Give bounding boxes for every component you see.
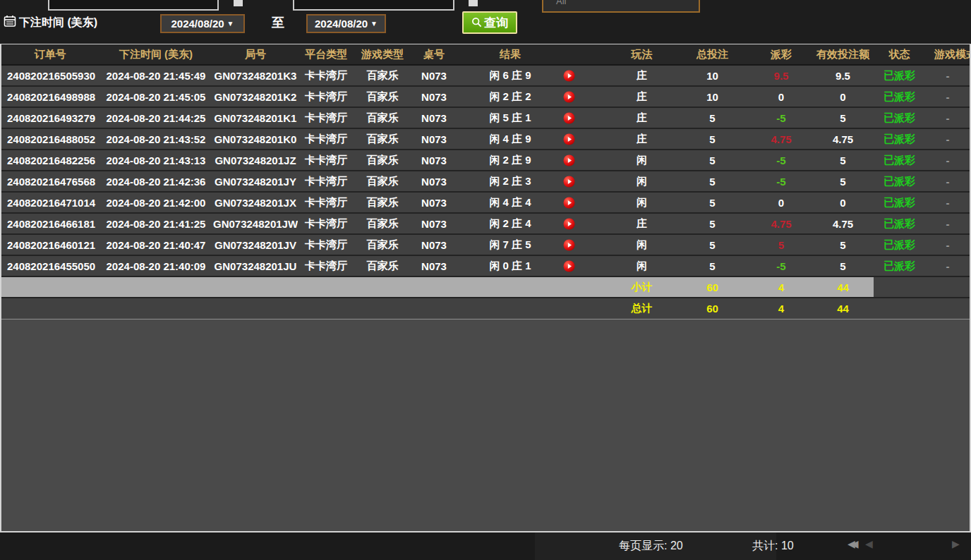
cell-game-type: 百家乐: [354, 196, 411, 209]
cell-bet-time: 2024-08-20 21:43:52: [99, 133, 213, 145]
cell-result: 闲 6 庄 9: [457, 69, 563, 83]
play-icon[interactable]: [563, 154, 608, 166]
cell-table-no: N073: [411, 260, 457, 272]
filter-select-all[interactable]: All: [542, 0, 700, 13]
cell-bet-time: 2024-08-20 21:42:00: [99, 197, 213, 209]
cell-valid-bet: 4.75: [813, 218, 873, 230]
cell-valid-bet: 5: [813, 112, 873, 124]
cell-payout: 0: [749, 197, 813, 209]
cell-platform-type: 卡卡湾厅: [298, 111, 354, 125]
cell-platform-type: 卡卡湾厅: [298, 133, 354, 146]
cell-platform-type: 卡卡湾厅: [298, 260, 354, 273]
cell-result: 闲 5 庄 1: [457, 111, 563, 125]
cell-platform-type: 卡卡湾厅: [298, 175, 354, 188]
subtotal-total-bet: 60: [675, 281, 749, 293]
play-icon[interactable]: [563, 218, 608, 230]
cell-game-mode: -: [926, 154, 970, 166]
calendar-icon-small-1[interactable]: [234, 0, 243, 6]
cell-status: 已派彩: [873, 111, 926, 125]
cell-platform-type: 卡卡湾厅: [298, 238, 354, 252]
cell-round-id: GN073248201K2: [213, 91, 298, 103]
cell-total-bet: 5: [675, 133, 749, 145]
cell-round-id: GN073248201JX: [213, 197, 298, 209]
play-icon[interactable]: [563, 112, 608, 124]
date-to-select[interactable]: 2024/08/20 ▼: [306, 14, 386, 33]
cell-order: 240820216505930: [1, 70, 99, 82]
cell-order: 240820216471014: [1, 197, 99, 209]
cell-valid-bet: 5: [813, 154, 873, 166]
play-icon[interactable]: [563, 70, 608, 82]
cell-play-type: 庄: [608, 111, 675, 125]
cell-round-id: GN073248201K0: [213, 133, 298, 145]
cell-result: 闲 0 庄 1: [457, 260, 563, 273]
cell-game-mode: -: [926, 239, 970, 251]
cell-play-type: 庄: [608, 69, 675, 83]
column-header-play: 玩法: [608, 48, 675, 61]
bet-time-filter-label: 下注时间 (美东): [19, 16, 97, 30]
cell-round-id: GN073248201K1: [213, 112, 298, 124]
column-header-payout: 派彩: [749, 48, 813, 61]
play-icon[interactable]: [563, 239, 608, 251]
calendar-icon: [4, 15, 16, 28]
table-header-row: 订单号下注时间 (美东)局号平台类型游戏类型桌号结果玩法总投注派彩有效投注额状态…: [1, 44, 970, 66]
cell-total-bet: 5: [675, 239, 749, 251]
query-button-label: 查询: [484, 15, 508, 31]
cell-valid-bet: 0: [813, 91, 873, 103]
caret-down-icon: ▼: [370, 20, 378, 28]
subtotal-row: 小计 60 4 44: [1, 277, 970, 298]
previous-page-button[interactable]: ◀: [865, 538, 873, 549]
query-button[interactable]: 查询: [462, 11, 517, 34]
cell-bet-time: 2024-08-20 21:40:09: [99, 260, 213, 272]
cell-payout: -5: [749, 112, 813, 124]
cell-result: 闲 2 庄 3: [457, 175, 563, 188]
date-from-select[interactable]: 2024/08/20 ▼: [160, 14, 245, 33]
play-icon[interactable]: [563, 176, 608, 188]
cell-status: 已派彩: [873, 238, 926, 252]
cell-result: 闲 4 庄 4: [457, 196, 563, 209]
cell-game-type: 百家乐: [354, 69, 411, 83]
cell-payout: 9.5: [749, 70, 813, 82]
cell-game-mode: -: [926, 260, 970, 272]
subtotal-label: 小计: [608, 281, 675, 294]
next-page-button[interactable]: ▶: [952, 538, 960, 549]
filter-input-1[interactable]: [48, 0, 219, 11]
play-icon[interactable]: [563, 91, 608, 103]
cell-valid-bet: 0: [813, 197, 873, 209]
play-icon[interactable]: [563, 133, 608, 145]
cell-order: 240820216476568: [1, 176, 99, 188]
calendar-icon-small-2[interactable]: [469, 0, 478, 6]
cell-round-id: GN073248201K3: [213, 70, 298, 82]
cell-valid-bet: 5: [813, 260, 873, 272]
table-row: 2408202164765682024-08-20 21:42:36GN0732…: [1, 171, 970, 193]
first-page-button[interactable]: ◀◀: [848, 538, 855, 549]
cell-play-type: 庄: [608, 217, 675, 231]
cell-payout: 0: [749, 91, 813, 103]
caret-down-icon: ▼: [227, 20, 234, 28]
play-icon[interactable]: [563, 260, 608, 272]
cell-bet-time: 2024-08-20 21:41:25: [99, 218, 213, 230]
cell-play-type: 庄: [608, 133, 675, 146]
filter-input-2[interactable]: [293, 0, 454, 11]
cell-total-bet: 5: [675, 218, 749, 230]
cell-round-id: GN073248201JZ: [213, 154, 298, 166]
column-header-result: 结果: [457, 48, 563, 61]
cell-game-type: 百家乐: [354, 260, 411, 273]
cell-total-bet: 10: [675, 70, 749, 82]
cell-bet-time: 2024-08-20 21:45:05: [99, 91, 213, 103]
column-header-time: 下注时间 (美东): [99, 48, 213, 61]
magnifier-icon: [471, 17, 483, 28]
cell-game-mode: -: [926, 218, 970, 230]
cell-play-type: 闲: [608, 196, 675, 209]
cell-game-mode: -: [926, 70, 970, 82]
total-count-label: 共计: 10: [752, 539, 794, 554]
cell-game-mode: -: [926, 197, 970, 209]
cell-table-no: N073: [411, 218, 457, 230]
cell-result: 闲 2 庄 2: [457, 90, 563, 104]
cell-order: 240820216466181: [1, 218, 99, 230]
play-icon[interactable]: [563, 197, 608, 209]
cell-bet-time: 2024-08-20 21:43:13: [99, 154, 213, 166]
cell-total-bet: 5: [675, 176, 749, 188]
date-from-value: 2024/08/20: [171, 18, 224, 30]
cell-status: 已派彩: [873, 175, 926, 188]
cell-table-no: N073: [411, 112, 457, 124]
